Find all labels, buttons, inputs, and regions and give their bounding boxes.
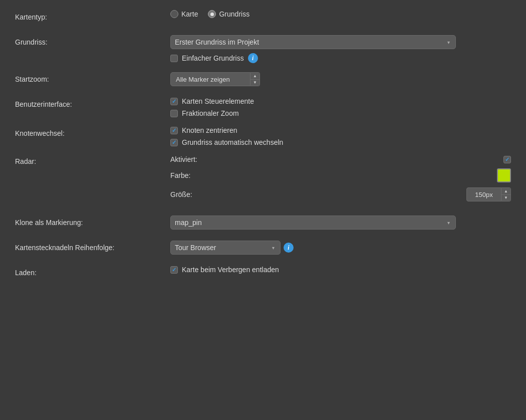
kartenstecknadeln-info-icon[interactable]: i — [284, 243, 294, 253]
radio-grundriss-label: Grundriss — [219, 10, 249, 18]
laden-checkbox-label: Karte beim Verbergen entladen — [182, 266, 279, 274]
radio-karte[interactable]: Karte — [170, 10, 198, 18]
radar-aktiviert-label: Aktiviert: — [170, 155, 481, 163]
radar-groesse-label: Größe: — [170, 190, 466, 198]
kartenstecknadeln-dropdown-value: Tour Browser — [175, 244, 216, 252]
kartentyp-row: Kartentyp: Karte Grundriss — [15, 10, 511, 26]
knotenwechsel-label: Knotenwechsel: — [15, 126, 170, 137]
benutzerinterface-row: Benutzerinterface: Karten Steuerelemente… — [15, 97, 511, 117]
startzoom-stepper-buttons: ▲ ▼ — [250, 72, 260, 86]
einfacher-grundriss-box — [170, 55, 178, 62]
radar-aktiviert-control — [481, 156, 511, 163]
radio-grundriss-circle — [208, 10, 216, 18]
kartenstecknadeln-control: Tour Browser ▾ i — [170, 241, 511, 255]
kartentyp-radio-group: Karte Grundriss — [170, 10, 249, 18]
kartenstecknadeln-label: Kartenstecknadeln Reihenfolge: — [15, 241, 170, 252]
einfacher-grundriss-checkbox[interactable]: Einfacher Grundriss — [170, 54, 244, 62]
radar-farbe-label: Farbe: — [170, 171, 481, 179]
grundriss-dropdown[interactable]: Erster Grundriss im Projekt ▾ — [170, 35, 456, 49]
startzoom-stepper-up[interactable]: ▲ — [250, 73, 259, 80]
laden-row: Laden: Karte beim Verbergen entladen — [15, 266, 511, 282]
radio-karte-label: Karte — [181, 10, 198, 18]
grundriss-wechseln-line: Grundriss automatisch wechseln — [170, 138, 511, 146]
radio-grundriss[interactable]: Grundriss — [208, 10, 249, 18]
radar-groesse-stepper: ▲ ▼ — [466, 187, 511, 201]
radar-groesse-input[interactable] — [466, 187, 501, 201]
grundriss-row: Grundriss: Erster Grundriss im Projekt ▾… — [15, 35, 511, 63]
knoten-zentrieren-checkbox[interactable]: Knoten zentrieren — [170, 126, 237, 134]
karten-steuerelemente-checkbox[interactable]: Karten Steuerelemente — [170, 97, 254, 105]
knoten-zentrieren-line: Knoten zentrieren — [170, 126, 511, 134]
grundriss-control: Erster Grundriss im Projekt ▾ Einfacher … — [170, 35, 511, 63]
kartenstecknadeln-dropdown[interactable]: Tour Browser ▾ — [170, 241, 281, 255]
grundriss-wechseln-checkbox[interactable]: Grundriss automatisch wechseln — [170, 138, 283, 146]
grundriss-dropdown-arrow: ▾ — [445, 39, 451, 45]
klone-dropdown[interactable]: map_pin ▾ — [170, 216, 456, 230]
knotenwechsel-multi: Knoten zentrieren Grundriss automatisch … — [170, 126, 511, 146]
klone-label: Klone als Markierung: — [15, 216, 170, 227]
radar-groesse-control: ▲ ▼ — [466, 187, 511, 201]
knoten-zentrieren-label: Knoten zentrieren — [182, 126, 237, 134]
radar-control: Aktiviert: Farbe: Größe: — [170, 155, 511, 206]
radio-karte-circle — [170, 10, 178, 18]
grundriss-dropdown-line: Erster Grundriss im Projekt ▾ — [170, 35, 511, 49]
grundriss-label: Grundriss: — [15, 35, 170, 46]
karten-steuerelemente-box — [170, 98, 178, 105]
laden-control: Karte beim Verbergen entladen — [170, 266, 511, 274]
kartentyp-label: Kartentyp: — [15, 10, 170, 21]
laden-label: Laden: — [15, 266, 170, 277]
radar-aktiviert-box — [503, 156, 511, 163]
fraktionaler-zoom-box — [170, 110, 178, 117]
klone-control: map_pin ▾ — [170, 216, 511, 230]
laden-checkbox[interactable]: Karte beim Verbergen entladen — [170, 266, 279, 274]
startzoom-stepper: Alle Marker zeigen ▲ ▼ — [170, 72, 260, 86]
radar-color-swatch[interactable] — [497, 168, 511, 182]
grundriss-wechseln-label: Grundriss automatisch wechseln — [182, 138, 283, 146]
knotenwechsel-control: Knoten zentrieren Grundriss automatisch … — [170, 126, 511, 146]
radar-farbe-control — [481, 168, 511, 182]
grundriss-checkbox-line: Einfacher Grundriss i — [170, 53, 511, 63]
radar-aktiviert-checkbox[interactable] — [503, 156, 511, 163]
benutzerinterface-multi: Karten Steuerelemente Fraktionaler Zoom — [170, 97, 511, 117]
startzoom-dropdown-value[interactable]: Alle Marker zeigen — [170, 72, 250, 86]
grundriss-wechseln-box — [170, 139, 178, 146]
klone-dropdown-value: map_pin — [175, 219, 202, 227]
radar-groesse-stepper-buttons: ▲ ▼ — [501, 187, 511, 201]
knoten-zentrieren-box — [170, 127, 178, 134]
startzoom-stepper-down[interactable]: ▼ — [250, 80, 259, 86]
startzoom-row: Startzoom: Alle Marker zeigen ▲ ▼ — [15, 72, 511, 88]
fraktionaler-zoom-checkbox[interactable]: Fraktionaler Zoom — [170, 109, 239, 117]
radar-farbe-row: Farbe: — [170, 168, 511, 182]
einfacher-grundriss-label: Einfacher Grundriss — [182, 54, 244, 62]
grundriss-info-icon[interactable]: i — [248, 53, 258, 63]
kartenstecknadeln-row: Kartenstecknadeln Reihenfolge: Tour Brow… — [15, 241, 511, 257]
klone-dropdown-arrow: ▾ — [445, 220, 451, 226]
klone-row: Klone als Markierung: map_pin ▾ — [15, 216, 511, 232]
startzoom-control: Alle Marker zeigen ▲ ▼ — [170, 72, 511, 86]
fraktionaler-zoom-line: Fraktionaler Zoom — [170, 109, 511, 117]
laden-box — [170, 266, 178, 274]
radar-groesse-row: Größe: ▲ ▼ — [170, 187, 511, 201]
benutzerinterface-label: Benutzerinterface: — [15, 97, 170, 108]
knotenwechsel-row: Knotenwechsel: Knoten zentrieren Grundri… — [15, 126, 511, 146]
startzoom-label: Startzoom: — [15, 72, 170, 83]
radar-label: Radar: — [15, 155, 170, 165]
benutzerinterface-control: Karten Steuerelemente Fraktionaler Zoom — [170, 97, 511, 117]
kartenstecknadeln-dropdown-arrow: ▾ — [270, 245, 276, 251]
radar-row: Radar: Aktiviert: Farbe: Größe — [15, 155, 511, 206]
grundriss-multi: Erster Grundriss im Projekt ▾ Einfacher … — [170, 35, 511, 63]
radar-groesse-stepper-up[interactable]: ▲ — [501, 188, 510, 195]
grundriss-dropdown-value: Erster Grundriss im Projekt — [175, 38, 259, 46]
radar-section: Aktiviert: Farbe: Größe: — [170, 155, 511, 206]
radar-groesse-stepper-down[interactable]: ▼ — [501, 195, 510, 201]
kartentyp-control: Karte Grundriss — [170, 10, 511, 18]
karten-steuerelemente-line: Karten Steuerelemente — [170, 97, 511, 105]
fraktionaler-zoom-label: Fraktionaler Zoom — [182, 109, 239, 117]
karten-steuerelemente-label: Karten Steuerelemente — [182, 97, 254, 105]
radar-aktiviert-row: Aktiviert: — [170, 155, 511, 163]
